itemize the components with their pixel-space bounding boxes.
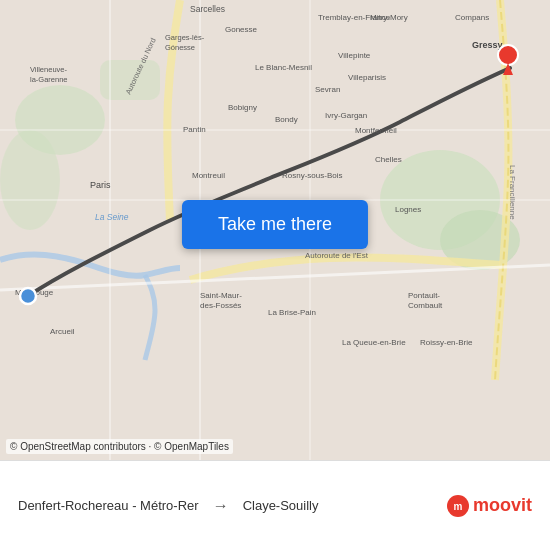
svg-text:Garges-lès-: Garges-lès-: [165, 33, 205, 42]
svg-text:Autoroute de l'Est: Autoroute de l'Est: [305, 251, 369, 260]
svg-text:des-Fossés: des-Fossés: [200, 301, 241, 310]
svg-text:Gonesse: Gonesse: [225, 25, 258, 34]
svg-text:La Francilienne: La Francilienne: [508, 165, 517, 220]
svg-text:Compans: Compans: [455, 13, 489, 22]
svg-text:Montreuil: Montreuil: [192, 171, 225, 180]
svg-text:Ivry-Gargan: Ivry-Gargan: [325, 111, 367, 120]
arrow-icon: →: [213, 497, 229, 515]
svg-text:Lognes: Lognes: [395, 205, 421, 214]
svg-text:la-Garenne: la-Garenne: [30, 75, 68, 84]
bottom-bar: Denfert-Rochereau - Métro-Rer → Claye-So…: [0, 460, 550, 550]
svg-text:Roissy-en-Brie: Roissy-en-Brie: [420, 338, 473, 347]
destination-label: Claye-Souilly: [243, 498, 319, 513]
svg-point-50: [20, 288, 36, 304]
svg-text:Villeparisis: Villeparisis: [348, 73, 386, 82]
svg-text:Gónesse: Gónesse: [165, 43, 195, 52]
svg-point-51: [498, 45, 518, 65]
moovit-text: moovit: [473, 495, 532, 516]
moovit-logo: m moovit: [447, 495, 532, 517]
svg-text:Bobigny: Bobigny: [228, 103, 257, 112]
svg-text:La Seine: La Seine: [95, 212, 129, 222]
svg-text:Gressy: Gressy: [472, 40, 503, 50]
svg-text:Sarcelles: Sarcelles: [190, 4, 225, 14]
svg-text:La Brise-Pain: La Brise-Pain: [268, 308, 316, 317]
svg-text:Rosny-sous-Bois: Rosny-sous-Bois: [282, 171, 342, 180]
svg-text:m: m: [454, 501, 463, 512]
svg-text:Pantin: Pantin: [183, 125, 206, 134]
svg-text:Bondy: Bondy: [275, 115, 298, 124]
svg-text:Mitry-Mory: Mitry-Mory: [370, 13, 408, 22]
map-container: Sarcelles Gonesse Tremblay-en-France Mit…: [0, 0, 550, 460]
take-me-there-button[interactable]: Take me there: [182, 200, 368, 249]
origin-label: Denfert-Rochereau - Métro-Rer: [18, 498, 199, 513]
svg-text:Montfermeil: Montfermeil: [355, 126, 397, 135]
svg-text:Saint-Maur-: Saint-Maur-: [200, 291, 242, 300]
moovit-icon: m: [447, 495, 469, 517]
svg-text:Villepinte: Villepinte: [338, 51, 371, 60]
svg-text:Chelles: Chelles: [375, 155, 402, 164]
svg-text:Paris: Paris: [90, 180, 111, 190]
svg-text:La Queue-en-Brie: La Queue-en-Brie: [342, 338, 406, 347]
route-info: Denfert-Rochereau - Métro-Rer → Claye-So…: [18, 497, 447, 515]
svg-text:Combault: Combault: [408, 301, 443, 310]
attribution: © OpenStreetMap contributors · © OpenMap…: [6, 439, 233, 454]
svg-point-4: [0, 130, 60, 230]
svg-text:Arcueil: Arcueil: [50, 327, 75, 336]
svg-text:Villeneuve-: Villeneuve-: [30, 65, 67, 74]
svg-text:Le Blanc-Mesnil: Le Blanc-Mesnil: [255, 63, 312, 72]
svg-text:Pontault-: Pontault-: [408, 291, 440, 300]
svg-text:Sevran: Sevran: [315, 85, 340, 94]
